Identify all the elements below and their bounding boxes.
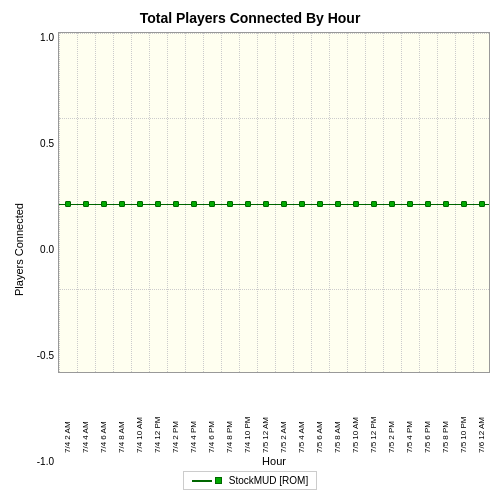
x-tick-label: 7/4 10 PM bbox=[238, 373, 256, 453]
data-point bbox=[119, 201, 125, 207]
x-tick-label: 7/4 6 PM bbox=[202, 373, 220, 453]
legend-square bbox=[215, 477, 222, 484]
data-point bbox=[425, 201, 431, 207]
grid-v-line bbox=[293, 33, 294, 372]
x-tick-label: 7/4 4 AM bbox=[76, 373, 94, 453]
y-tick: 0.5 bbox=[40, 138, 54, 149]
x-tick-label: 7/5 6 PM bbox=[418, 373, 436, 453]
y-tick: -1.0 bbox=[37, 456, 54, 467]
x-tick-label: 7/4 4 PM bbox=[184, 373, 202, 453]
data-point bbox=[443, 201, 449, 207]
data-point bbox=[209, 201, 215, 207]
grid-v-line bbox=[329, 33, 330, 372]
x-tick-label: 7/4 6 AM bbox=[94, 373, 112, 453]
data-point bbox=[137, 201, 143, 207]
plot-area bbox=[58, 32, 490, 373]
grid-v-line bbox=[437, 33, 438, 372]
x-tick-label: 7/5 2 PM bbox=[382, 373, 400, 453]
x-tick-label: 7/4 12 PM bbox=[148, 373, 166, 453]
grid-v-line bbox=[221, 33, 222, 372]
data-point bbox=[191, 201, 197, 207]
chart-title: Total Players Connected By Hour bbox=[140, 10, 361, 26]
data-point bbox=[335, 201, 341, 207]
x-tick-label: 7/5 10 AM bbox=[346, 373, 364, 453]
x-tick-label: 7/4 10 AM bbox=[130, 373, 148, 453]
grid-v-line bbox=[401, 33, 402, 372]
data-point bbox=[227, 201, 233, 207]
x-axis-labels: 7/4 2 AM7/4 4 AM7/4 6 AM7/4 8 AM7/4 10 A… bbox=[58, 373, 490, 453]
grid-v-line bbox=[113, 33, 114, 372]
y-tick: 0.0 bbox=[40, 244, 54, 255]
x-tick-label: 7/4 2 AM bbox=[58, 373, 76, 453]
grid-h-line bbox=[59, 33, 489, 34]
data-point bbox=[83, 201, 89, 207]
legend-line-color bbox=[192, 480, 212, 482]
grid-v-line bbox=[275, 33, 276, 372]
grid-h-line bbox=[59, 289, 489, 290]
grid-v-line bbox=[419, 33, 420, 372]
y-tick: 1.0 bbox=[40, 32, 54, 43]
legend-label: StockMUD [ROM] bbox=[229, 475, 308, 486]
x-tick-label: 7/5 10 PM bbox=[454, 373, 472, 453]
grid-v-line bbox=[473, 33, 474, 372]
x-axis-title: Hour bbox=[58, 455, 490, 467]
x-tick-label: 7/5 8 PM bbox=[436, 373, 454, 453]
data-point bbox=[281, 201, 287, 207]
chart-right: 1.00.50.0-0.5-1.0 7/4 2 AM7/4 4 AM7/4 6 … bbox=[28, 32, 490, 467]
grid-v-line bbox=[455, 33, 456, 372]
grid-v-line bbox=[311, 33, 312, 372]
grid-v-line bbox=[365, 33, 366, 372]
legend-line-indicator bbox=[192, 477, 225, 484]
grid-v-line bbox=[77, 33, 78, 372]
grid-v-line bbox=[203, 33, 204, 372]
x-tick-label: 7/4 2 PM bbox=[166, 373, 184, 453]
legend: StockMUD [ROM] bbox=[183, 471, 317, 490]
chart-body: Players Connected 1.00.50.0-0.5-1.0 7/4 … bbox=[10, 32, 490, 467]
grid-v-line bbox=[95, 33, 96, 372]
grid-v-line bbox=[347, 33, 348, 372]
data-point bbox=[371, 201, 377, 207]
chart-container: Total Players Connected By Hour Players … bbox=[0, 0, 500, 500]
data-point bbox=[263, 201, 269, 207]
grid-v-line bbox=[167, 33, 168, 372]
data-point bbox=[317, 201, 323, 207]
plot-area-wrapper: 7/4 2 AM7/4 4 AM7/4 6 AM7/4 8 AM7/4 10 A… bbox=[58, 32, 490, 467]
data-point bbox=[299, 201, 305, 207]
x-tick-label: 7/5 8 AM bbox=[328, 373, 346, 453]
x-tick-label: 7/4 8 AM bbox=[112, 373, 130, 453]
y-axis-and-plot: 1.00.50.0-0.5-1.0 7/4 2 AM7/4 4 AM7/4 6 … bbox=[28, 32, 490, 467]
grid-v-line bbox=[239, 33, 240, 372]
grid-v-line bbox=[383, 33, 384, 372]
y-tick: -0.5 bbox=[37, 350, 54, 361]
data-point bbox=[173, 201, 179, 207]
x-tick-label: 7/5 4 PM bbox=[400, 373, 418, 453]
data-point bbox=[407, 201, 413, 207]
x-tick-label: 7/6 12 AM bbox=[472, 373, 490, 453]
x-tick-label: 7/5 2 AM bbox=[274, 373, 292, 453]
data-point bbox=[155, 201, 161, 207]
data-point bbox=[389, 201, 395, 207]
y-axis-label: Players Connected bbox=[10, 32, 28, 467]
x-tick-label: 7/4 8 PM bbox=[220, 373, 238, 453]
grid-h-line bbox=[59, 118, 489, 119]
grid-v-line bbox=[257, 33, 258, 372]
data-point bbox=[461, 201, 467, 207]
grid-v-line bbox=[149, 33, 150, 372]
data-point bbox=[353, 201, 359, 207]
y-axis-ticks: 1.00.50.0-0.5-1.0 bbox=[28, 32, 58, 467]
x-tick-label: 7/5 12 AM bbox=[256, 373, 274, 453]
data-point bbox=[479, 201, 485, 207]
data-point bbox=[101, 201, 107, 207]
x-tick-label: 7/5 12 PM bbox=[364, 373, 382, 453]
grid-v-line bbox=[185, 33, 186, 372]
x-tick-label: 7/5 6 AM bbox=[310, 373, 328, 453]
grid-v-line bbox=[59, 33, 60, 372]
data-point bbox=[65, 201, 71, 207]
data-point bbox=[245, 201, 251, 207]
grid-v-line bbox=[131, 33, 132, 372]
x-tick-label: 7/5 4 AM bbox=[292, 373, 310, 453]
